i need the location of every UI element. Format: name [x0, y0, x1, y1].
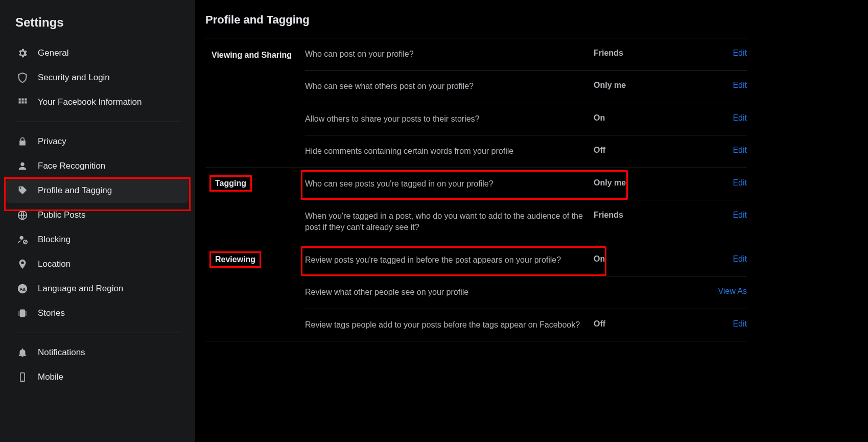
setting-value: On [594, 113, 706, 123]
settings-sidebar: Settings General Security and Login Your… [0, 0, 195, 442]
highlight-reviewing-label: Reviewing [209, 251, 261, 268]
sidebar-item-location[interactable]: Location [6, 252, 189, 276]
sidebar-item-label: Location [38, 259, 71, 269]
viewas-link[interactable]: View As [706, 287, 747, 296]
sidebar-item-label: Notifications [38, 347, 85, 358]
sidebar-item-mobile[interactable]: Mobile [6, 365, 189, 389]
sidebar-item-label: Language and Region [38, 284, 123, 294]
lock-icon [16, 135, 29, 148]
section-label: Reviewing [205, 244, 305, 341]
svg-rect-13 [20, 310, 25, 317]
sidebar-item-privacy[interactable]: Privacy [6, 129, 189, 154]
language-icon: Aa [16, 283, 29, 295]
sidebar-item-label: Stories [38, 308, 65, 318]
sidebar-item-public-posts[interactable]: Public Posts [6, 203, 189, 227]
setting-question: Review posts you're tagged in before the… [305, 254, 594, 266]
highlight-tagging-label: Tagging [209, 175, 252, 192]
section-label-text: Reviewing [213, 254, 257, 265]
sidebar-item-blocking[interactable]: Blocking [6, 227, 189, 252]
svg-rect-1 [21, 99, 24, 101]
edit-link[interactable]: Edit [706, 211, 747, 220]
page-title: Profile and Tagging [205, 13, 747, 38]
sidebar-item-face-recognition[interactable]: Face Recognition [6, 154, 189, 178]
setting-question: Allow others to share your posts to thei… [305, 113, 594, 125]
sidebar-item-notifications[interactable]: Notifications [6, 340, 189, 365]
sidebar-item-label: Profile and Tagging [38, 185, 112, 196]
svg-rect-2 [25, 99, 27, 101]
section-label-text: Tagging [213, 178, 248, 189]
sidebar-item-label: General [38, 48, 68, 58]
globe-icon [16, 209, 29, 221]
sidebar-item-label: Public Posts [38, 210, 86, 220]
setting-question: Hide comments containing certain words f… [305, 146, 594, 157]
sidebar-item-security[interactable]: Security and Login [6, 65, 189, 90]
edit-link[interactable]: Edit [706, 178, 747, 188]
sidebar-item-label: Mobile [38, 372, 63, 382]
setting-row: Allow others to share your posts to thei… [305, 103, 747, 135]
grid-icon [16, 96, 29, 108]
edit-link[interactable]: Edit [706, 254, 747, 264]
setting-value: On [594, 254, 706, 264]
setting-question: Who can post on your profile? [305, 49, 594, 60]
setting-value: Off [594, 319, 706, 329]
divider [15, 122, 180, 122]
svg-rect-14 [19, 311, 20, 316]
setting-value: Off [594, 146, 706, 155]
section-label-text: Viewing and Sharing [209, 50, 294, 61]
setting-row: Who can post on your profile? Friends Ed… [305, 38, 747, 70]
svg-point-17 [22, 380, 23, 381]
setting-row: Review what other people see on your pro… [305, 276, 747, 308]
sidebar-title: Settings [5, 10, 190, 41]
setting-value: Only me [594, 81, 706, 90]
stories-icon [16, 307, 29, 319]
block-user-icon [16, 234, 29, 246]
setting-row: Hide comments containing certain words f… [305, 135, 747, 167]
setting-question: Review what other people see on your pro… [305, 287, 594, 298]
sidebar-item-profile-tagging[interactable]: Profile and Tagging [6, 178, 189, 203]
setting-row: When you're tagged in a post, who do you… [305, 200, 747, 244]
setting-row: Who can see posts you're tagged in on yo… [305, 168, 747, 200]
sidebar-item-stories[interactable]: Stories [6, 301, 189, 325]
section-label: Tagging [205, 168, 305, 244]
sidebar-item-label: Face Recognition [38, 161, 105, 171]
setting-question: Who can see posts you're tagged in on yo… [305, 178, 594, 190]
svg-rect-15 [26, 311, 27, 316]
sidebar-item-language-region[interactable]: Aa Language and Region [6, 276, 189, 301]
setting-value: Friends [594, 211, 706, 220]
svg-rect-3 [19, 101, 21, 103]
section-label: Viewing and Sharing [205, 38, 305, 168]
face-icon [16, 160, 29, 172]
svg-point-6 [20, 162, 24, 166]
edit-link[interactable]: Edit [706, 113, 747, 123]
section-tagging: Tagging Who can see posts you're tagged … [205, 168, 747, 244]
svg-rect-4 [21, 101, 24, 103]
svg-rect-0 [19, 99, 21, 101]
sidebar-item-label: Security and Login [38, 73, 110, 83]
svg-text:Aa: Aa [19, 287, 26, 292]
tag-icon [16, 184, 29, 197]
setting-row: Review tags people add to your posts bef… [305, 309, 747, 341]
sidebar-item-label: Privacy [38, 136, 66, 147]
setting-question: Review tags people add to your posts bef… [305, 319, 594, 331]
edit-link[interactable]: Edit [706, 319, 747, 329]
edit-link[interactable]: Edit [706, 146, 747, 155]
svg-line-10 [24, 241, 27, 244]
mobile-icon [16, 371, 29, 383]
section-viewing-sharing: Viewing and Sharing Who can post on your… [205, 38, 747, 168]
location-pin-icon [16, 258, 29, 270]
bell-icon [16, 346, 29, 359]
svg-rect-5 [25, 101, 27, 103]
sidebar-item-label: Your Facebook Information [38, 97, 142, 107]
divider [15, 333, 180, 333]
sidebar-item-general[interactable]: General [6, 41, 189, 65]
shield-icon [16, 72, 29, 84]
edit-link[interactable]: Edit [706, 81, 747, 90]
setting-question: When you're tagged in a post, who do you… [305, 211, 594, 234]
sidebar-item-label: Blocking [38, 235, 71, 245]
svg-point-8 [20, 236, 24, 240]
setting-row: Who can see what others post on your pro… [305, 70, 747, 102]
setting-value: Friends [594, 49, 706, 58]
sidebar-item-your-info[interactable]: Your Facebook Information [6, 90, 189, 114]
main-content: Profile and Tagging Viewing and Sharing … [195, 0, 868, 442]
edit-link[interactable]: Edit [706, 49, 747, 58]
